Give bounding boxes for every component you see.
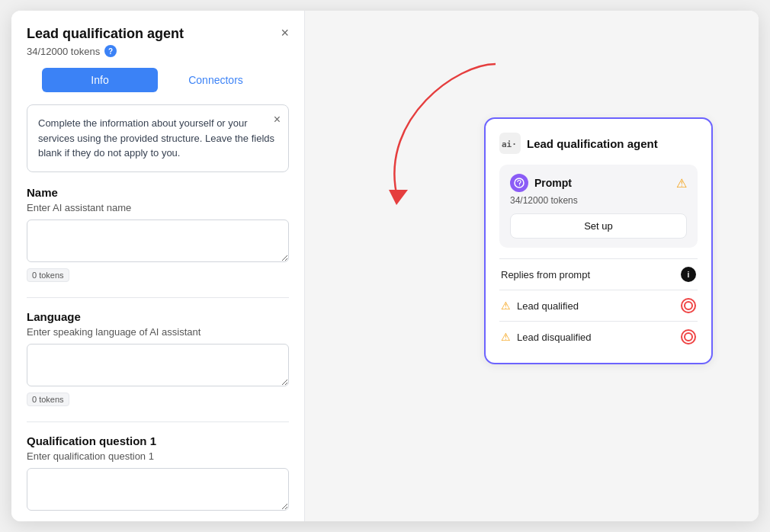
qualified-row-left: ⚠ Lead qualified [501,300,579,312]
replies-row: Replies from prompt i [499,258,698,290]
svg-text:ai·: ai· [502,139,517,149]
qualified-row: ⚠ Lead qualified [499,290,698,321]
disqualified-row: ⚠ Lead disqualified [499,321,698,352]
divider-1 [27,297,289,298]
language-token-badge: 0 tokens [27,393,69,406]
tokens-row: 34/12000 tokens ? [27,45,289,57]
disqualified-circle-icon [681,329,696,345]
left-panel: Lead qualification agent × 34/12000 toke… [11,11,305,521]
language-section: Language Enter speaking language of AI a… [27,310,289,406]
help-icon[interactable]: ? [104,45,117,57]
right-panel: ai· Lead qualification agent [305,11,759,521]
main-window: Lead qualification agent × 34/12000 toke… [11,11,759,521]
name-section: Name Enter AI assistant name 0 tokens [27,186,289,282]
replies-info-icon: i [681,267,696,282]
prompt-label: Prompt [534,177,572,189]
language-label: Language [27,310,289,323]
qual-label: Qualification question 1 [27,434,289,447]
tokens-text: 34/12000 tokens [27,46,100,57]
qualified-circle-icon [681,298,696,313]
prompt-icon [510,174,528,192]
name-input[interactable] [27,220,289,262]
prompt-block: Prompt ⚠ 34/12000 tokens Set up [499,165,698,248]
info-box: Complete the information about yourself … [27,104,289,172]
ai-logo: ai· [499,133,521,154]
language-input[interactable] [27,344,289,386]
qual-section: Qualification question 1 Enter qualifica… [27,434,289,514]
disqualified-label: Lead disqualified [517,332,592,343]
prompt-tokens: 34/12000 tokens [510,195,687,206]
info-box-close[interactable]: × [274,113,281,127]
name-label: Name [27,186,289,199]
qualified-warning-icon: ⚠ [501,300,511,312]
tab-connectors[interactable]: Connectors [158,68,274,92]
disqualified-row-left: ⚠ Lead disqualified [501,331,592,343]
prompt-block-header: Prompt ⚠ [510,174,687,192]
disqualified-warning-icon: ⚠ [501,331,511,343]
language-desc: Enter speaking language of AI assistant [27,326,289,338]
replies-label: Replies from prompt [501,269,590,280]
close-button[interactable]: × [281,26,289,40]
setup-button[interactable]: Set up [510,213,687,239]
agent-card-title: Lead qualification agent [527,137,658,150]
panel-title: Lead qualification agent [27,26,184,42]
svg-marker-0 [389,190,408,205]
qual-input[interactable] [27,468,289,511]
name-desc: Enter AI assistant name [27,202,289,213]
prompt-left: Prompt [510,174,572,192]
qualified-label: Lead qualified [517,300,579,312]
qual-desc: Enter qualification question 1 [27,450,289,462]
replies-row-left: Replies from prompt [501,269,590,280]
panel-body: Complete the information about yourself … [11,92,304,521]
tab-row: Info Connectors [27,68,289,92]
name-token-badge: 0 tokens [27,268,69,282]
title-row: Lead qualification agent × [27,26,289,42]
info-box-text: Complete the information about yourself … [38,117,274,159]
divider-2 [27,421,289,422]
panel-header: Lead qualification agent × 34/12000 toke… [11,11,304,92]
agent-card-header: ai· Lead qualification agent [499,133,698,154]
tab-info[interactable]: Info [42,68,158,92]
svg-point-4 [519,184,520,185]
prompt-warning-icon: ⚠ [676,176,687,191]
svg-point-3 [515,178,524,187]
agent-card: ai· Lead qualification agent [484,117,713,364]
